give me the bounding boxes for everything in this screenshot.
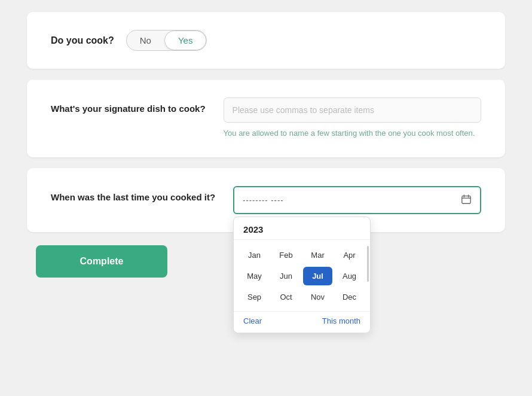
dish-input[interactable] — [224, 98, 481, 123]
month-nov[interactable]: Nov — [303, 288, 332, 306]
calendar-this-month-button[interactable]: This month — [322, 316, 360, 325]
date-row: When was the last time you cooked it? --… — [51, 186, 481, 214]
month-mar[interactable]: Mar — [303, 246, 332, 264]
date-display-text: -------- ---- — [243, 196, 284, 205]
date-question-label: When was the last time you cooked it? — [51, 186, 215, 202]
yes-button[interactable]: Yes — [164, 31, 206, 50]
month-feb[interactable]: Feb — [271, 246, 301, 264]
dish-hint: You are allowed to name a few starting w… — [224, 127, 481, 139]
svg-rect-0 — [462, 196, 470, 203]
calendar-months-grid: Jan Feb Mar Apr May Jun Jul Aug Sep Oct … — [234, 240, 370, 309]
month-apr[interactable]: Apr — [335, 246, 364, 264]
date-input-wrap: -------- ---- 2023 Jan Feb Mar — [233, 186, 481, 214]
month-oct[interactable]: Oct — [271, 288, 301, 306]
month-may[interactable]: May — [240, 267, 269, 285]
month-aug[interactable]: Aug — [335, 267, 364, 285]
date-card: When was the last time you cooked it? --… — [27, 168, 505, 232]
month-jan[interactable]: Jan — [240, 246, 269, 264]
month-sep[interactable]: Sep — [240, 288, 269, 306]
calendar-dropdown: 2023 Jan Feb Mar Apr May Jun Jul Aug Sep… — [233, 217, 371, 333]
dish-row: What's your signature dish to cook? You … — [51, 98, 481, 139]
dish-card: What's your signature dish to cook? You … — [27, 80, 505, 157]
dish-question-label: What's your signature dish to cook? — [51, 98, 206, 114]
no-button[interactable]: No — [127, 31, 164, 50]
month-jun[interactable]: Jun — [271, 267, 301, 285]
dish-content: You are allowed to name a few starting w… — [224, 98, 481, 139]
calendar-year: 2023 — [234, 217, 370, 240]
cook-question-label: Do you cook? — [51, 35, 114, 46]
yes-no-toggle[interactable]: No Yes — [126, 30, 207, 51]
month-jul[interactable]: Jul — [303, 267, 332, 285]
calendar-scrollbar — [367, 246, 369, 282]
calendar-footer: Clear This month — [234, 311, 370, 333]
calendar-months-wrap: Jan Feb Mar Apr May Jun Jul Aug Sep Oct … — [234, 240, 370, 309]
calendar-clear-button[interactable]: Clear — [243, 316, 262, 325]
cook-row: Do you cook? No Yes — [51, 30, 481, 51]
month-dec[interactable]: Dec — [335, 288, 364, 306]
cook-card: Do you cook? No Yes — [27, 12, 505, 69]
complete-button[interactable]: Complete — [36, 245, 167, 278]
date-input-box[interactable]: -------- ---- — [233, 186, 481, 214]
calendar-icon — [461, 194, 472, 206]
